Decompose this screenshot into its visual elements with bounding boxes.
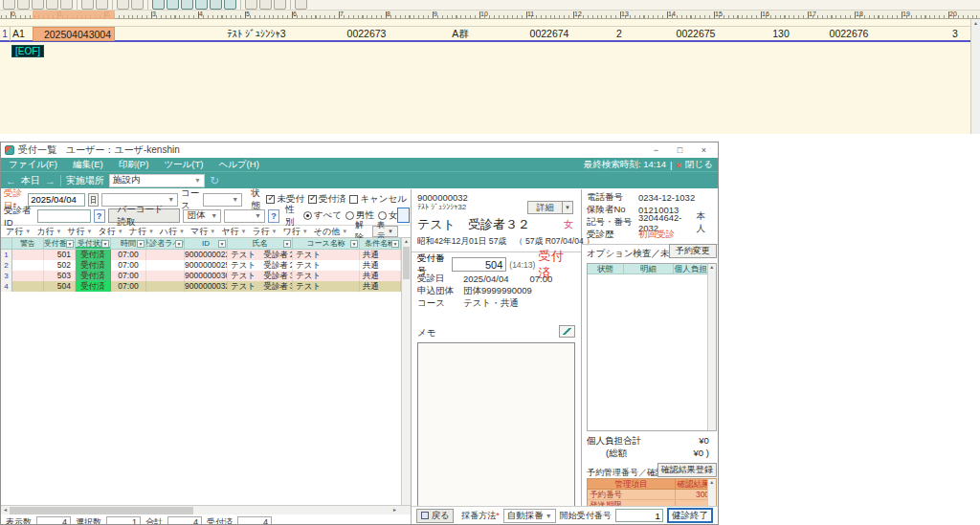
- reserve-change-button[interactable]: 予約変更: [669, 244, 717, 258]
- tab-ヤ行[interactable]: ヤ行▼: [218, 226, 249, 238]
- filter-icon[interactable]: ▼: [66, 240, 74, 248]
- tab-その他[interactable]: その他▼: [311, 226, 350, 238]
- close-x-icon[interactable]: ×: [676, 160, 681, 170]
- paste-icon[interactable]: [131, 0, 144, 10]
- filter-icon[interactable]: ▼: [218, 240, 226, 248]
- next-day-icon[interactable]: →: [45, 175, 56, 186]
- prev-day-icon[interactable]: ←: [6, 175, 16, 186]
- column-header-受付状態[interactable]: 受付状態▼: [76, 238, 111, 249]
- menu-item[interactable]: ヘルプ(H): [211, 159, 266, 169]
- cut-icon[interactable]: [117, 0, 129, 10]
- back-button[interactable]: 戻る: [416, 509, 454, 523]
- table-row[interactable]: 4504受付済07:009000000032テスト 受診者３２テスト共通: [1, 281, 411, 292]
- confirm-row[interactable]: 予約番号3004: [588, 490, 716, 500]
- editor-cell[interactable]: ﾃｽﾄ ｼﾞｭｼﾝｼｬ3: [216, 27, 297, 41]
- tab-カ行[interactable]: カ行▼: [33, 226, 64, 238]
- column-header-時間[interactable]: 時間▼: [111, 238, 146, 249]
- filter-2-icon[interactable]: [210, 0, 222, 10]
- editor-cell[interactable]: A1: [12, 27, 33, 41]
- group-select[interactable]: 団体▼: [183, 209, 221, 223]
- editor-cell[interactable]: 0022675: [663, 27, 728, 41]
- table-row[interactable]: 3503受付済07:009000000030テスト 受診者３０テスト共通: [1, 271, 411, 281]
- start-no-input[interactable]: [615, 509, 663, 522]
- option-table-scrollbar[interactable]: ▲: [707, 264, 716, 430]
- insert-row-icon[interactable]: [259, 0, 272, 10]
- course-select[interactable]: ▼: [203, 193, 242, 207]
- editor-cell[interactable]: 130: [764, 27, 798, 41]
- search-down-icon[interactable]: [167, 0, 179, 10]
- today-button[interactable]: 本日: [21, 174, 40, 187]
- column-header-受診者ラベル[interactable]: 受診者ラベル▼: [146, 238, 185, 249]
- close-button[interactable]: ×: [692, 143, 716, 158]
- redo-icon[interactable]: [96, 0, 108, 10]
- column-header-警告[interactable]: 警告: [12, 238, 44, 249]
- open-file-icon[interactable]: [17, 0, 30, 10]
- tab-マ行[interactable]: マ行▼: [188, 226, 218, 238]
- save-as-icon[interactable]: [46, 0, 58, 10]
- search-icon[interactable]: [152, 0, 165, 10]
- column-header-受付番号[interactable]: 受付番号▼: [44, 238, 76, 249]
- status-checkbox-キャンセル[interactable]: キャンセル: [349, 193, 407, 206]
- option-column-個人負担[interactable]: 個人負担: [674, 264, 708, 273]
- refresh-icon[interactable]: ↻: [210, 175, 219, 186]
- filter-icon[interactable]: ▼: [175, 240, 183, 248]
- gender-radio-すべて[interactable]: すべて: [303, 209, 342, 222]
- grid-icon[interactable]: [274, 0, 286, 10]
- select-icon[interactable]: [245, 0, 257, 10]
- column-header-コース名称[interactable]: コース名称▼: [293, 238, 360, 249]
- gender-radio-男性[interactable]: 男性: [345, 209, 374, 222]
- maximize-button[interactable]: □: [668, 143, 692, 158]
- barcode-read-button[interactable]: バーコード読取: [108, 208, 181, 223]
- filter-icon[interactable]: ▼: [283, 240, 291, 248]
- undo-icon[interactable]: [81, 0, 94, 10]
- editor-vertical-scrollbar[interactable]: ▲: [970, 19, 980, 134]
- tab-サ行[interactable]: サ行▼: [64, 226, 95, 238]
- filter-icon[interactable]: ▼: [101, 240, 109, 248]
- option-column-明細[interactable]: 明細: [624, 264, 674, 273]
- editor-cell[interactable]: 0022676: [816, 27, 881, 41]
- menu-item[interactable]: 印刷(P): [111, 159, 157, 169]
- filter-1-icon[interactable]: [195, 0, 208, 10]
- print-icon[interactable]: [60, 0, 73, 10]
- display-options-button[interactable]: 表示▼: [372, 226, 398, 237]
- tab-ラ行[interactable]: ラ行▼: [249, 226, 279, 238]
- place-select[interactable]: 施設内▼: [109, 174, 205, 187]
- confirm-register-button[interactable]: 確認結果登録: [657, 463, 717, 477]
- close-link[interactable]: 閉じる: [685, 159, 713, 171]
- calendar-icon[interactable]: [88, 193, 99, 207]
- filter-icon[interactable]: ▼: [350, 240, 358, 248]
- memo-edit-icon[interactable]: [559, 325, 575, 338]
- table-row[interactable]: 1501受付済07:009000000022テスト 受診者２２テスト共通: [1, 250, 411, 260]
- editor-cell[interactable]: 3: [947, 27, 963, 41]
- editor-cell[interactable]: 2: [611, 27, 628, 41]
- save-icon[interactable]: [32, 0, 44, 10]
- editor-cell[interactable]: 0022673: [331, 27, 402, 41]
- filter-icon[interactable]: ▼: [137, 240, 145, 248]
- finish-checkup-button[interactable]: 健診終了: [667, 508, 713, 523]
- filter-3-icon[interactable]: [224, 0, 236, 10]
- editor-cell[interactable]: A群: [446, 27, 475, 41]
- editor-cell[interactable]: 0022674: [518, 27, 581, 41]
- column-header-ID[interactable]: ID▼: [185, 238, 228, 249]
- detail-button[interactable]: 詳細▼: [527, 201, 573, 214]
- search-button-partial[interactable]: [397, 208, 410, 223]
- menu-item[interactable]: ファイル(F): [1, 159, 65, 169]
- new-file-icon[interactable]: [3, 0, 15, 10]
- numbering-method-select[interactable]: 自動採番▼: [503, 509, 556, 523]
- option-column-状態[interactable]: 状態: [588, 264, 624, 273]
- help-icon-2[interactable]: ?: [268, 209, 279, 223]
- column-header-氏名[interactable]: 氏名▼: [228, 238, 293, 249]
- minimize-button[interactable]: −: [644, 143, 668, 158]
- column-header-条件名称[interactable]: 条件名称▼: [360, 238, 401, 249]
- table-icon[interactable]: [295, 0, 307, 10]
- status-checkbox-受付済[interactable]: 受付済: [308, 193, 346, 206]
- menu-item[interactable]: 編集(E): [65, 159, 111, 169]
- help-icon[interactable]: ?: [94, 209, 105, 223]
- selected-cell[interactable]: 202504043004: [33, 27, 115, 41]
- search-up-icon[interactable]: [181, 0, 193, 10]
- grid-vertical-scrollbar[interactable]: ▲: [401, 238, 411, 505]
- filter-icon[interactable]: ▼: [391, 240, 399, 248]
- menu-item[interactable]: ツール(T): [156, 159, 211, 169]
- table-row[interactable]: 2502受付済07:009000000025テスト 受診者２５テスト共通: [1, 260, 411, 271]
- patient-id-input[interactable]: [37, 209, 91, 223]
